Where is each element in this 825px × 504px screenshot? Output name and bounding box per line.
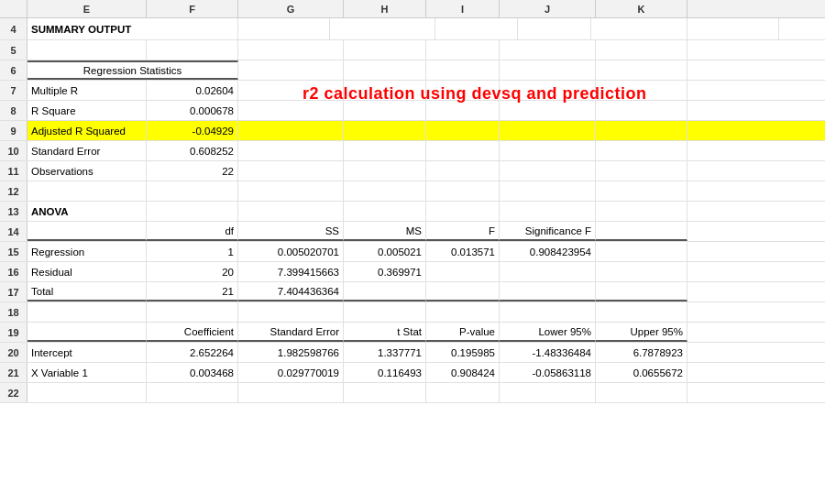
table-row: 18	[0, 302, 825, 323]
cell-12-K	[596, 181, 688, 201]
cell-16-F: 20	[147, 262, 238, 281]
cell-6-I	[426, 60, 500, 80]
table-row: 8R Square0.000678	[0, 101, 825, 121]
cell-13-F	[147, 202, 238, 221]
cell-4-I	[518, 18, 591, 39]
cell-9-G	[238, 121, 344, 140]
cell-21-K: 0.0655672	[596, 363, 688, 382]
cell-6-H	[344, 60, 426, 80]
cell-13-J	[500, 202, 596, 221]
cell-8-E: R Square	[28, 101, 147, 120]
cell-8-G	[238, 101, 344, 120]
cell-5-E	[28, 40, 147, 60]
cell-12-H	[344, 181, 426, 201]
cell-12-F	[147, 181, 238, 201]
cell-8-J	[500, 101, 596, 120]
table-row: 9Adjusted R Squared-0.04929	[0, 121, 825, 141]
cell-20-G: 1.982598766	[238, 343, 344, 362]
cell-9-I	[426, 121, 500, 140]
cell-12-E	[28, 181, 147, 201]
table-row: 12	[0, 181, 825, 202]
cell-13-H	[344, 202, 426, 221]
cell-7-E: Multiple R	[28, 81, 147, 100]
cell-17-I	[426, 282, 500, 301]
row-number: 8	[0, 101, 28, 120]
cell-12-I	[426, 181, 500, 201]
row-num-spacer	[0, 0, 28, 17]
table-row: 16Residual207.3994156630.369971	[0, 262, 825, 282]
cell-11-F: 22	[147, 161, 238, 181]
cell-11-J	[500, 161, 596, 181]
cell-16-I	[426, 262, 500, 281]
anova-header-K	[596, 222, 688, 241]
cell-10-F: 0.608252	[147, 141, 238, 160]
anova-header-I: F	[426, 222, 500, 241]
row-number: 7	[0, 81, 28, 100]
cell-22-G	[238, 383, 344, 402]
row-number: 9	[0, 121, 28, 140]
table-row: 14dfSSMSFSignificance F	[0, 222, 825, 242]
row-number: 13	[0, 202, 28, 221]
spreadsheet-grid: 4SUMMARY OUTPUT56Regression Statistics7M…	[0, 18, 825, 403]
cell-15-J: 0.908423954	[500, 242, 596, 261]
cell-11-G	[238, 161, 344, 181]
row-number: 5	[0, 40, 28, 60]
cell-13-I	[426, 202, 500, 221]
cell-10-E: Standard Error	[28, 141, 147, 160]
table-row: 11Observations22	[0, 161, 825, 181]
cell-9-K	[596, 121, 688, 140]
cell-17-F: 21	[147, 282, 238, 301]
cell-4-G	[330, 18, 435, 39]
row-number: 20	[0, 343, 28, 362]
cell-16-J	[500, 262, 596, 281]
cell-18-F	[147, 302, 238, 322]
row-number: 4	[0, 18, 28, 39]
cell-17-G: 7.404436364	[238, 282, 344, 301]
coeff-header-K: Upper 95%	[596, 323, 688, 342]
cell-21-F: 0.003468	[147, 363, 238, 382]
cell-10-G	[238, 141, 344, 160]
adjusted-r-squared-label: Adjusted R Squared	[28, 121, 147, 140]
cell-10-I	[426, 141, 500, 160]
cell-5-F	[147, 40, 238, 60]
cell-20-I: 0.195985	[426, 343, 500, 362]
cell-8-H	[344, 101, 426, 120]
cell-22-E	[28, 383, 147, 402]
adjusted-r-squared-value: -0.04929	[147, 121, 238, 140]
row-number: 19	[0, 323, 28, 342]
row-number: 21	[0, 363, 28, 382]
coeff-header-F: Coefficient	[147, 323, 238, 342]
col-header-J: J	[500, 0, 596, 17]
cell-22-K	[596, 383, 688, 402]
cell-4-K	[688, 18, 779, 39]
column-headers: E F G H I J K	[0, 0, 825, 18]
cell-15-F: 1	[147, 242, 238, 261]
cell-21-H: 0.116493	[344, 363, 426, 382]
cell-11-K	[596, 161, 688, 181]
table-row: 19CoefficientStandard Errort StatP-value…	[0, 323, 825, 343]
cell-10-J	[500, 141, 596, 160]
anova-header-F: df	[147, 222, 238, 241]
cell-17-K	[596, 282, 688, 301]
table-row: 17Total217.404436364	[0, 282, 825, 302]
cell-20-J: -1.48336484	[500, 343, 596, 362]
row-number: 12	[0, 181, 28, 201]
cell-9-J	[500, 121, 596, 140]
cell-15-G: 0.005020701	[238, 242, 344, 261]
summary-output-label: SUMMARY OUTPUT	[28, 18, 238, 39]
table-row: 22	[0, 383, 825, 403]
cell-5-I	[426, 40, 500, 60]
row-number: 22	[0, 383, 28, 402]
anova-header-G: SS	[238, 222, 344, 241]
cell-13-G	[238, 202, 344, 221]
table-row: 4SUMMARY OUTPUT	[0, 18, 825, 40]
cell-5-G	[238, 40, 344, 60]
table-row: 10Standard Error0.608252	[0, 141, 825, 161]
anova-label: ANOVA	[28, 202, 147, 221]
col-header-E: E	[28, 0, 147, 17]
col-header-G: G	[238, 0, 344, 17]
cell-11-H	[344, 161, 426, 181]
cell-15-I: 0.013571	[426, 242, 500, 261]
anova-header-E	[28, 222, 147, 241]
row-number: 15	[0, 242, 28, 261]
